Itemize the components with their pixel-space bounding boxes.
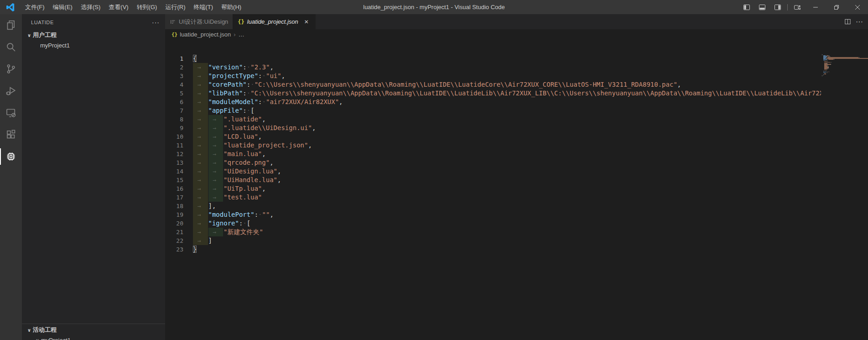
vscode-window: 文件(F)编辑(E)选择(S)查看(V)转到(G)运行(R)终端(T)帮助(H)… — [0, 0, 868, 340]
editor-group: UI设计器:UiDesign {} luatide_project.json ✕… — [165, 14, 868, 340]
code-line[interactable]: 20→"ignore":·[ — [165, 219, 821, 228]
code-line[interactable]: 3→"projectType":·"ui", — [165, 72, 821, 80]
search-icon[interactable] — [0, 36, 22, 58]
line-number: 8 — [165, 115, 183, 124]
sidebar: LUATIDE ··· ∨ 用户工程 myProject1 ∨ 活动工程 ∨ m… — [22, 14, 165, 340]
menu-item[interactable]: 文件(F) — [21, 0, 49, 14]
menu-bar: 文件(F)编辑(E)选择(S)查看(V)转到(G)运行(R)终端(T)帮助(H) — [21, 0, 245, 14]
line-number: 17 — [165, 193, 183, 202]
line-number: 19 — [165, 210, 183, 219]
tab-label: luatide_project.json — [247, 18, 298, 25]
json-braces-icon: {} — [172, 31, 177, 37]
code-line[interactable]: 6→"moduleModel":·"air72XUX/Air82XUX", — [165, 98, 821, 106]
breadcrumb-file[interactable]: luatide_project.json — [180, 31, 231, 38]
line-number: 21 — [165, 228, 183, 236]
close-icon[interactable] — [847, 0, 868, 14]
run-debug-icon[interactable] — [0, 80, 22, 102]
minimap[interactable] — [821, 54, 868, 340]
tree-item-label: myProject1 — [40, 42, 70, 49]
line-number: 10 — [165, 132, 183, 141]
sidebar-header: LUATIDE ··· — [22, 14, 165, 30]
code-line[interactable]: 9→→".luatide\\UiDesign.ui", — [165, 124, 821, 132]
tab-close-icon[interactable]: ✕ — [302, 18, 311, 26]
line-number: 1 — [165, 54, 183, 63]
maximize-restore-icon[interactable] — [826, 0, 847, 14]
line-number: 20 — [165, 219, 183, 228]
code-line[interactable]: 7→"appFile":·[ — [165, 106, 821, 115]
code-line[interactable]: 16→→"UiTp.lua", — [165, 184, 821, 193]
tab-luatide-project-json[interactable]: {} luatide_project.json ✕ — [233, 14, 315, 29]
explorer-files-icon[interactable] — [0, 14, 22, 36]
tree-item-myproject1-active[interactable]: ∨ myProject1 — [22, 335, 165, 340]
source-control-icon[interactable] — [0, 58, 22, 80]
tab-bar: UI设计器:UiDesign {} luatide_project.json ✕… — [165, 14, 868, 29]
code-line[interactable]: 15→→"UiHandle.lua", — [165, 176, 821, 184]
code-line[interactable]: 17→→"test.lua" — [165, 193, 821, 202]
json-braces-icon: {} — [238, 19, 244, 25]
menu-item[interactable]: 帮助(H) — [217, 0, 245, 14]
customize-layout-icon[interactable] — [790, 0, 805, 14]
list-preview-icon — [170, 19, 176, 25]
line-number: 16 — [165, 184, 183, 193]
chevron-down-icon: ∨ — [26, 33, 33, 38]
remote-explorer-icon[interactable] — [0, 102, 22, 124]
code-line[interactable]: 4→"corePath":·"C:\\Users\\shenyuanyuan\\… — [165, 80, 821, 89]
menu-item[interactable]: 查看(V) — [104, 0, 132, 14]
breadcrumb-more[interactable]: … — [239, 31, 244, 38]
line-number: 15 — [165, 176, 183, 184]
section-label: 活动工程 — [33, 326, 57, 334]
code-line[interactable]: 8→→".luatide", — [165, 115, 821, 124]
minimize-icon[interactable] — [805, 0, 826, 14]
menu-item[interactable]: 编辑(E) — [49, 0, 77, 14]
line-number: 12 — [165, 150, 183, 158]
code-line[interactable]: 2→"version":·"2.3", — [165, 63, 821, 72]
code-line[interactable]: 12→→"main.lua", — [165, 150, 821, 158]
titlebar-separator — [787, 4, 788, 10]
menu-item[interactable]: 运行(R) — [161, 0, 189, 14]
code-area[interactable]: 1{2→"version":·"2.3",3→"projectType":·"u… — [165, 53, 821, 340]
sidebar-bottom-section: ∨ 活动工程 ∨ myProject1 › .luatide — [22, 324, 165, 340]
line-number: 7 — [165, 106, 183, 115]
chevron-down-icon: ∨ — [26, 328, 33, 333]
tab-uidesign[interactable]: UI设计器:UiDesign — [165, 14, 233, 29]
menu-item[interactable]: 转到(G) — [133, 0, 161, 14]
code-line[interactable]: 1{ — [165, 54, 821, 63]
toggle-sidebar-right-icon[interactable] — [770, 0, 785, 14]
code-line[interactable]: 11→→"luatide_project.json", — [165, 141, 821, 150]
activity-bar — [0, 14, 22, 340]
toggle-sidebar-left-icon[interactable] — [739, 0, 754, 14]
more-actions-icon[interactable]: ··· — [853, 16, 865, 28]
section-label: 用户工程 — [33, 31, 57, 39]
line-number: 11 — [165, 141, 183, 150]
line-number: 5 — [165, 89, 183, 98]
section-active-project[interactable]: ∨ 活动工程 — [22, 325, 165, 335]
line-number: 4 — [165, 80, 183, 89]
line-number: 14 — [165, 167, 183, 176]
code-line[interactable]: 23} — [165, 245, 821, 254]
code-line[interactable]: 22→] — [165, 236, 821, 245]
menu-item[interactable]: 选择(S) — [77, 0, 104, 14]
split-editor-icon[interactable] — [842, 16, 853, 28]
extensions-icon[interactable] — [0, 124, 22, 146]
title-bar: 文件(F)编辑(E)选择(S)查看(V)转到(G)运行(R)终端(T)帮助(H)… — [0, 0, 868, 14]
tree-item-myproject1[interactable]: myProject1 — [22, 40, 165, 50]
line-number: 2 — [165, 63, 183, 72]
editor-actions: ··· — [842, 14, 865, 29]
code-line[interactable]: 5→"libPath":·"C:\\Users\\shenyuanyuan\\A… — [165, 89, 821, 98]
code-line[interactable]: 13→→"qrcode.png", — [165, 158, 821, 167]
sidebar-more-icon[interactable]: ··· — [152, 19, 160, 26]
code-line[interactable]: 14→→"UiDesign.lua", — [165, 167, 821, 176]
line-number: 3 — [165, 72, 183, 80]
code-line[interactable]: 18→], — [165, 202, 821, 210]
luatide-chip-icon[interactable] — [0, 146, 22, 167]
breadcrumb-separator-icon: › — [234, 31, 235, 38]
tree-item-label: myProject1 — [41, 337, 71, 340]
toggle-panel-icon[interactable] — [754, 0, 770, 14]
code-line[interactable]: 19→"modulePort":·"", — [165, 210, 821, 219]
line-number: 9 — [165, 124, 183, 132]
code-line[interactable]: 10→→"LCD.lua", — [165, 132, 821, 141]
menu-item[interactable]: 终端(T) — [189, 0, 217, 14]
section-user-project[interactable]: ∨ 用户工程 — [22, 30, 165, 40]
code-line[interactable]: 21→→"新建文件夹" — [165, 228, 821, 236]
breadcrumb[interactable]: {} luatide_project.json › … — [165, 29, 868, 39]
